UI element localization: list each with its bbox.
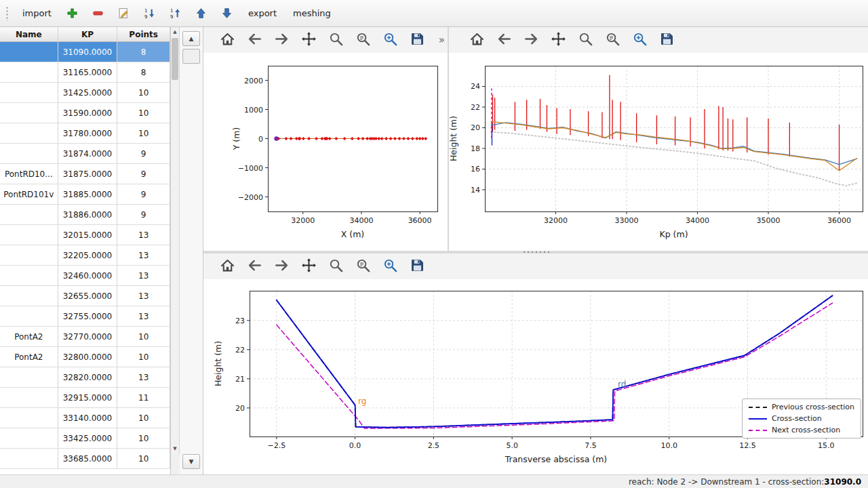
cell-points[interactable]: 8 [117, 42, 170, 62]
cell-points[interactable]: 9 [117, 205, 170, 224]
table-row[interactable]: PontRD101v31885.00009 [0, 184, 170, 205]
profile-home-button[interactable] [465, 29, 488, 51]
panel-scroll-down-button[interactable]: ▼ [182, 454, 200, 469]
cell-points[interactable]: 10 [117, 103, 170, 123]
profile-back-button[interactable] [492, 29, 515, 51]
profile-forward-button[interactable] [519, 29, 542, 51]
export-button[interactable]: export [244, 5, 281, 21]
cell-points[interactable]: 13 [117, 286, 170, 306]
move-up-button[interactable] [193, 5, 210, 22]
sort-descending-button[interactable]: 19 [141, 5, 159, 22]
plan-move-button[interactable] [297, 29, 320, 51]
table-row[interactable]: 32820.000013 [0, 367, 170, 388]
cell-kp[interactable]: 33685.0000 [58, 449, 118, 468]
cell-points[interactable]: 11 [117, 388, 170, 407]
plan-zoom-button[interactable] [324, 29, 347, 51]
cell-points[interactable]: 13 [117, 306, 170, 326]
table-scroll-down-icon[interactable]: ▼ [171, 445, 179, 453]
table-row[interactable]: 31780.000010 [0, 123, 170, 144]
table-row[interactable]: 31425.000010 [0, 83, 170, 103]
cell-name[interactable] [0, 123, 58, 143]
remove-cross-section-button[interactable] [90, 5, 107, 22]
cell-points[interactable]: 13 [117, 367, 170, 387]
cell-kp[interactable]: 31886.0000 [58, 205, 118, 224]
section-back-button[interactable] [243, 256, 266, 277]
cell-kp[interactable]: 33425.0000 [58, 428, 118, 448]
table-row[interactable]: 33140.000010 [0, 408, 170, 428]
section-home-button[interactable] [216, 256, 239, 277]
cell-name[interactable] [0, 449, 58, 468]
cell-kp[interactable]: 31090.0000 [58, 42, 118, 62]
table-scrollbar[interactable]: ▲ ▼ [171, 27, 180, 454]
cell-points[interactable]: 10 [117, 83, 170, 102]
cell-points[interactable]: 10 [117, 449, 170, 468]
cell-name[interactable] [0, 144, 58, 163]
import-button[interactable]: import [18, 5, 56, 21]
section-move-button[interactable] [297, 256, 320, 277]
cell-points[interactable]: 10 [117, 347, 170, 367]
longitudinal-profile-chart[interactable]: 3200033000340003500036000141618202224Kp … [449, 53, 868, 251]
cell-points[interactable]: 10 [117, 123, 170, 143]
cell-name[interactable]: PontA2 [0, 327, 58, 346]
cell-kp[interactable]: 32655.0000 [58, 286, 118, 306]
column-header-points[interactable]: Points [117, 27, 170, 41]
cell-name[interactable] [0, 266, 58, 285]
cell-kp[interactable]: 31875.0000 [58, 164, 118, 184]
plan-zoomi-button[interactable] [351, 29, 374, 51]
profile-save-button[interactable] [655, 29, 678, 51]
table-row[interactable]: 32755.000013 [0, 306, 170, 327]
cell-kp[interactable]: 33140.0000 [58, 408, 118, 428]
cell-kp[interactable]: 32915.0000 [58, 388, 118, 407]
table-row[interactable]: 32015.000013 [0, 225, 170, 245]
cell-name[interactable]: PontRD101v [0, 184, 58, 204]
cell-kp[interactable]: 31780.0000 [58, 123, 118, 143]
plan-view-chart[interactable]: 320003400036000−2000−1000010002000X (m)Y… [203, 53, 448, 251]
plan-forward-button[interactable] [270, 29, 293, 51]
panel-scroll-up-button[interactable]: ▲ [182, 31, 200, 46]
sort-ascending-button[interactable]: 19 [167, 5, 184, 22]
section-save-button[interactable] [406, 256, 429, 277]
meshing-button[interactable]: meshing [289, 5, 335, 21]
cell-name[interactable] [0, 62, 58, 82]
section-zoomblue-button[interactable] [378, 256, 401, 277]
cell-name[interactable] [0, 286, 58, 306]
cell-kp[interactable]: 31425.0000 [58, 83, 118, 102]
cell-points[interactable]: 9 [117, 144, 170, 163]
column-header-kp[interactable]: KP [58, 27, 118, 41]
cell-name[interactable] [0, 103, 58, 123]
plan-zoomblue-button[interactable] [378, 29, 401, 51]
toolbar-overflow-chevron[interactable]: » [439, 34, 445, 46]
cell-kp[interactable]: 31165.0000 [58, 62, 118, 82]
cell-name[interactable] [0, 83, 58, 102]
profile-move-button[interactable] [547, 29, 570, 51]
cross-section-chart[interactable]: −2.50.02.55.07.510.012.515.020212223Tran… [203, 279, 868, 474]
table-row[interactable]: 32205.000013 [0, 245, 170, 266]
section-zoom-button[interactable] [324, 256, 347, 277]
cell-points[interactable]: 8 [117, 62, 170, 82]
edit-cross-section-button[interactable] [115, 5, 133, 22]
cell-kp[interactable]: 32205.0000 [58, 245, 118, 265]
panel-scrollbar-thumb[interactable] [182, 49, 200, 64]
table-row[interactable]: 31886.00009 [0, 205, 170, 225]
profile-zoomi-button[interactable] [601, 29, 624, 51]
table-scroll-up-icon[interactable]: ▲ [171, 28, 179, 37]
table-row[interactable]: 32655.000013 [0, 286, 170, 306]
cell-kp[interactable]: 32820.0000 [58, 367, 118, 387]
plan-back-button[interactable] [243, 29, 266, 51]
table-row[interactable]: PontA232770.000010 [0, 327, 170, 347]
add-cross-section-button[interactable] [64, 5, 81, 22]
table-row[interactable]: PontA232800.000010 [0, 347, 170, 367]
table-row[interactable]: 33685.000010 [0, 449, 170, 469]
column-header-name[interactable]: Name [0, 27, 58, 41]
cell-points[interactable]: 10 [117, 327, 170, 346]
cell-points[interactable]: 13 [117, 266, 170, 285]
cell-name[interactable] [0, 225, 58, 245]
cell-name[interactable] [0, 388, 58, 407]
cell-name[interactable] [0, 205, 58, 224]
cell-name[interactable] [0, 245, 58, 265]
cell-points[interactable]: 10 [117, 428, 170, 448]
table-row[interactable]: PontRD10...31875.00009 [0, 164, 170, 184]
cell-points[interactable]: 13 [117, 245, 170, 265]
cell-points[interactable]: 9 [117, 164, 170, 184]
cell-name[interactable]: PontA2 [0, 347, 58, 367]
